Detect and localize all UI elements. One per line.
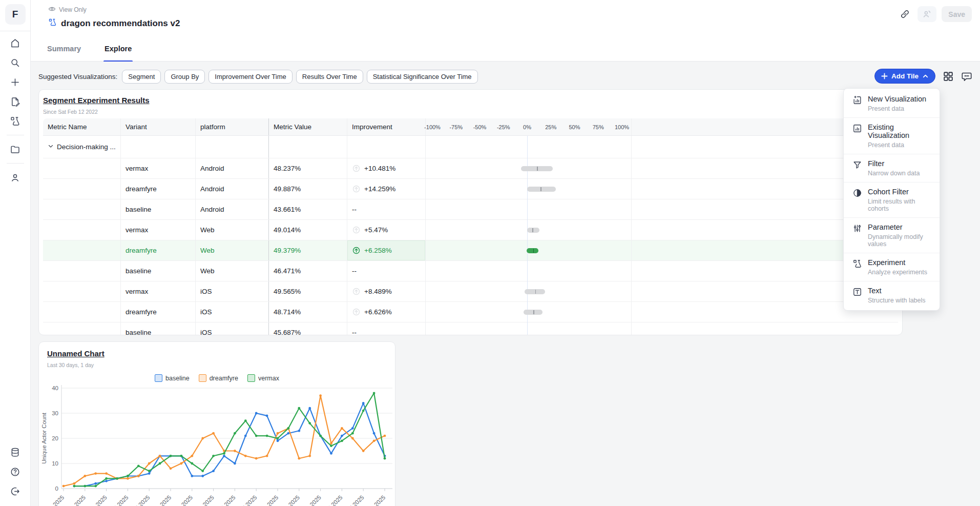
suggested-chip-results-over-time[interactable]: Results Over Time xyxy=(296,70,363,84)
confidence-interval-pill xyxy=(521,166,553,171)
result-row-baseline-web[interactable]: baseline Web 46.471% -- xyxy=(43,261,898,281)
menu-item-new-visualization[interactable]: New VisualizationPresent data xyxy=(844,90,940,117)
menu-item-cohort-filter[interactable]: Cohort FilterLimit results with cohorts xyxy=(844,182,940,217)
experiment-icon[interactable] xyxy=(6,111,25,131)
metric-group-row[interactable]: Decision-making ... xyxy=(43,136,898,158)
svg-text:29 2025: 29 2025 xyxy=(260,494,280,506)
folder-icon[interactable] xyxy=(6,139,25,159)
confidence-interval-pill xyxy=(527,248,538,253)
svg-text:Unique Actor Count: Unique Actor Count xyxy=(41,412,47,464)
column-header[interactable]: Variant xyxy=(121,118,196,135)
tab-summary[interactable]: Summary xyxy=(46,45,82,61)
metric-value-cell: 45.687% xyxy=(269,322,347,335)
search-icon[interactable] xyxy=(6,53,25,72)
variant-cell: vermax xyxy=(121,281,196,301)
confidence-interval-pill xyxy=(524,310,543,315)
experiment-results-table: Metric NameVariantplatformMetric ValueIm… xyxy=(43,118,898,335)
menu-item-experiment[interactable]: ExperimentAnalyze experiments xyxy=(844,253,940,281)
eye-icon xyxy=(48,5,56,14)
line-chart[interactable]: 010203040Unique Actor Count9 202511 2025… xyxy=(39,383,395,493)
workspace-logo[interactable]: F xyxy=(5,4,26,25)
result-row-vermax-android[interactable]: vermax Android 48.237% +10.481% xyxy=(43,158,898,179)
improvement-value: +6.626% xyxy=(364,308,392,316)
confidence-interval-pill xyxy=(527,228,539,233)
svg-text:23 2025: 23 2025 xyxy=(196,494,215,506)
column-header[interactable]: Metric Value xyxy=(269,118,347,135)
metric-name-cell xyxy=(43,220,121,240)
scale-cell xyxy=(426,322,632,335)
menu-item-parameter[interactable]: ParameterDynamically modify values xyxy=(844,217,940,253)
metric-value-cell: 49.565% xyxy=(269,281,347,301)
metric-name-cell xyxy=(43,322,121,335)
parameter-icon xyxy=(852,223,862,248)
legend-item-baseline[interactable]: baseline xyxy=(155,374,190,382)
suggested-chip-group-by[interactable]: Group By xyxy=(164,70,205,84)
svg-text:20: 20 xyxy=(52,435,58,441)
menu-item-filter[interactable]: FilterNarrow down data xyxy=(844,154,940,182)
scale-cell xyxy=(426,240,632,260)
column-header[interactable]: Metric Name xyxy=(43,118,121,135)
improvement-value: -- xyxy=(352,206,357,213)
improvement-value: +6.258% xyxy=(364,247,392,254)
menu-item-existing-visualization[interactable]: Existing VisualizationPresent data xyxy=(844,117,940,154)
platform-cell: Android xyxy=(196,158,269,178)
arrow-up-circle-icon xyxy=(352,246,361,255)
result-row-baseline-android[interactable]: baseline Android 43.661% -- xyxy=(43,199,898,220)
platform-cell: Android xyxy=(196,179,269,199)
cohort-filter-icon xyxy=(852,188,862,212)
chart-title[interactable]: Unnamed Chart xyxy=(47,349,105,358)
sidebar-nav xyxy=(6,33,25,187)
tile-title[interactable]: Segment Experiment Results xyxy=(43,96,150,105)
column-header[interactable]: Improvement xyxy=(347,118,426,135)
result-row-baseline-ios[interactable]: baseline iOS 45.687% -- xyxy=(43,322,898,335)
svg-text:25 2025: 25 2025 xyxy=(217,494,237,506)
comments-icon[interactable] xyxy=(961,71,972,82)
suggested-chip-improvement-over-time[interactable]: Improvement Over Time xyxy=(208,70,292,84)
suggested-chip-statistical-significance-over-time[interactable]: Statistical Significance Over Time xyxy=(367,70,478,84)
svg-text:15 2025: 15 2025 xyxy=(110,494,130,506)
legend-item-vermax[interactable]: vermax xyxy=(247,374,279,382)
home-icon[interactable] xyxy=(6,33,25,53)
add-tile-button[interactable]: Add Tile xyxy=(874,69,935,84)
copy-link-icon[interactable] xyxy=(897,7,912,22)
metric-name-cell xyxy=(43,302,121,322)
confidence-interval-pill xyxy=(527,187,556,192)
metric-value-cell: 49.379% xyxy=(269,240,347,260)
result-row-dreamfyre-android[interactable]: dreamfyre Android 49.887% +14.259% xyxy=(43,179,898,199)
result-row-vermax-ios[interactable]: vermax iOS 49.565% +8.489% xyxy=(43,281,898,302)
tab-explore[interactable]: Explore xyxy=(103,45,133,61)
plus-icon[interactable] xyxy=(6,72,25,92)
save-button[interactable]: Save xyxy=(942,6,972,22)
legend-item-dreamfyre[interactable]: dreamfyre xyxy=(199,374,238,382)
plus-icon xyxy=(881,73,888,79)
svg-text:1 2025: 1 2025 xyxy=(284,494,301,506)
svg-text:7 2025: 7 2025 xyxy=(348,494,365,506)
svg-text:5 2025: 5 2025 xyxy=(326,494,343,506)
suggested-chip-segment[interactable]: Segment xyxy=(122,70,161,84)
menu-item-text[interactable]: TextStructure with labels xyxy=(844,281,940,309)
text-icon xyxy=(852,287,862,304)
platform-cell: Web xyxy=(196,240,269,260)
logout-icon[interactable] xyxy=(6,481,25,501)
table-header-row: Metric NameVariantplatformMetric ValueIm… xyxy=(43,118,898,136)
improvement-value: +14.259% xyxy=(364,185,395,193)
variant-cell: vermax xyxy=(121,158,196,178)
scale-cell xyxy=(426,261,632,281)
svg-text:27 2025: 27 2025 xyxy=(239,494,258,506)
grid-layout-icon[interactable] xyxy=(943,71,954,82)
metric-group-label: Decision-making ... xyxy=(57,143,116,151)
share-users-button[interactable] xyxy=(918,6,936,22)
result-row-dreamfyre-ios[interactable]: dreamfyre iOS 48.714% +6.626% xyxy=(43,302,898,322)
doc-edit-icon[interactable] xyxy=(6,92,25,111)
help-icon[interactable] xyxy=(6,462,25,481)
chevron-down-icon[interactable] xyxy=(48,143,54,151)
metric-value-cell: 46.471% xyxy=(269,261,347,281)
variant-cell: dreamfyre xyxy=(121,179,196,199)
database-icon[interactable] xyxy=(6,442,25,462)
improvement-value: +5.47% xyxy=(364,226,388,234)
person-icon[interactable] xyxy=(6,168,25,187)
metric-value-cell: 49.014% xyxy=(269,220,347,240)
result-row-vermax-web[interactable]: vermax Web 49.014% +5.47% xyxy=(43,220,898,240)
result-row-dreamfyre-web[interactable]: dreamfyre Web 49.379% +6.258% xyxy=(43,240,898,261)
column-header[interactable]: platform xyxy=(196,118,269,135)
